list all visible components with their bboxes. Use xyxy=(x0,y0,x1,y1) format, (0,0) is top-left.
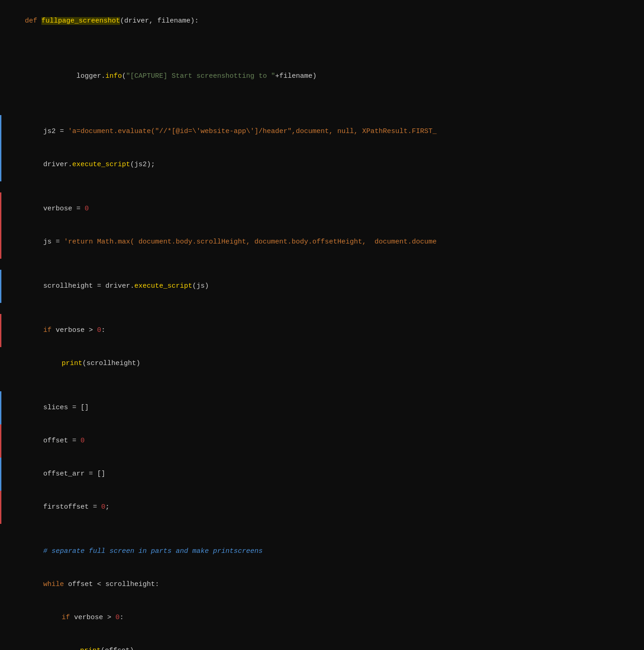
code-line-11: scrollheight = driver.execute_script(js) xyxy=(0,270,644,303)
code-line-24: print(offset) xyxy=(0,634,644,650)
code-line-14: print(scrollheight) xyxy=(0,347,644,380)
code-line-3: logger.info("[CAPTURE] Start screenshott… xyxy=(0,49,644,104)
code-line-1: def fullpage_screenshot(driver, filename… xyxy=(0,5,644,38)
code-line-20 xyxy=(0,524,644,535)
code-line-21: # separate full screen in parts and make… xyxy=(0,535,644,568)
code-line-9: js = 'return Math.max( document.body.scr… xyxy=(0,226,644,259)
code-line-4 xyxy=(0,104,644,115)
code-line-23: if verbose > 0: xyxy=(0,601,644,634)
code-line-22: while offset < scrollheight: xyxy=(0,568,644,601)
code-line-18: offset_arr = [] xyxy=(0,458,644,491)
comment-separate: # separate full screen in parts and make… xyxy=(43,547,263,555)
code-line-13: if verbose > 0: xyxy=(0,314,644,347)
keyword-def: def xyxy=(25,17,41,25)
function-name: fullpage_screenshot xyxy=(41,17,120,25)
code-line-2 xyxy=(0,38,644,49)
code-line-10 xyxy=(0,259,644,270)
code-line-8: verbose = 0 xyxy=(0,192,644,226)
code-line-6: driver.execute_script(js2); xyxy=(0,148,644,181)
code-editor: def fullpage_screenshot(driver, filename… xyxy=(0,0,644,650)
code-line-16: slices = [] xyxy=(0,391,644,424)
code-line-5: js2 = 'a=document.evaluate("//*[@id=\'we… xyxy=(0,115,644,148)
code-line-15 xyxy=(0,380,644,391)
code-line-7 xyxy=(0,181,644,192)
code-line-17: offset = 0 xyxy=(0,424,644,458)
code-line-19: firstoffset = 0; xyxy=(0,491,644,524)
code-line-12 xyxy=(0,303,644,314)
method-info: info xyxy=(105,72,122,80)
